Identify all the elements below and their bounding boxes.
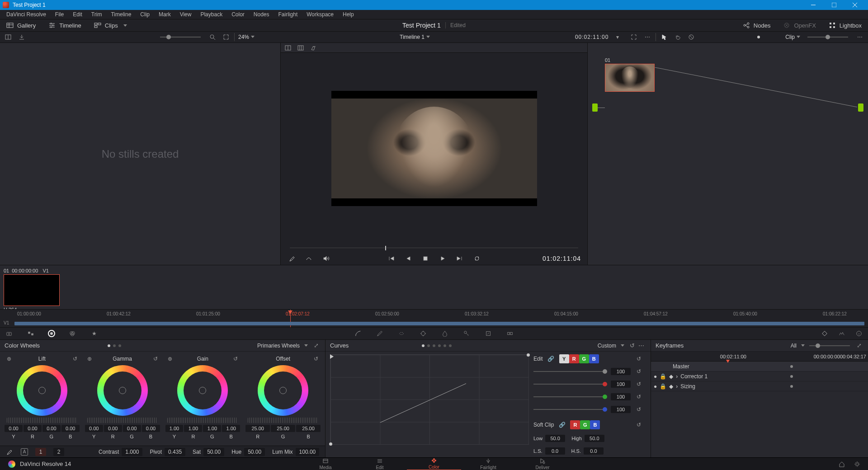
window-close-button[interactable] — [844, 0, 865, 10]
wheel-picker-icon[interactable] — [245, 354, 255, 363]
loop-button[interactable] — [472, 254, 481, 263]
page-deliver[interactable]: Deliver — [515, 458, 570, 470]
channel-r-button[interactable]: R — [569, 354, 579, 363]
menu-clip[interactable]: Clip — [136, 11, 154, 18]
reverse-play-button[interactable] — [404, 254, 413, 263]
edit-reset-icon[interactable]: ↺ — [634, 354, 643, 363]
keyframe-timeline[interactable]: Master ●🔒◆›Corrector 1 ●🔒◆›Sizing — [651, 362, 868, 457]
clips-toggle[interactable]: Clips — [88, 19, 133, 31]
page-media[interactable]: Media — [298, 458, 353, 470]
fullscreen-icon[interactable] — [629, 33, 638, 42]
pivot-value[interactable]: 0.435 — [165, 448, 185, 456]
search-icon[interactable] — [208, 33, 217, 42]
channel-y-button[interactable]: Y — [559, 354, 569, 363]
gallery-toggle[interactable]: Gallery — [0, 19, 42, 31]
menu-view[interactable]: View — [175, 11, 196, 18]
channel-g-button[interactable]: G — [579, 354, 589, 363]
timeline-track[interactable] — [14, 322, 864, 325]
master-jog-lift[interactable] — [7, 418, 77, 423]
blur-icon[interactable] — [440, 329, 449, 338]
menu-file[interactable]: File — [51, 11, 68, 18]
info-icon[interactable] — [854, 329, 863, 338]
page-2-button[interactable]: 2 — [53, 448, 64, 456]
node-options-icon[interactable]: ⋯ — [855, 33, 864, 42]
camera-raw-icon[interactable] — [5, 329, 14, 338]
master-jog-gain[interactable] — [167, 418, 238, 423]
wheel-picker-icon[interactable]: ⊕ — [85, 354, 94, 363]
menu-mark[interactable]: Mark — [154, 11, 175, 18]
reset-y-icon[interactable]: ↺ — [634, 367, 643, 376]
record-timecode[interactable]: 00:02:11:00 — [575, 34, 609, 40]
curves-mode[interactable]: Custom — [598, 343, 624, 349]
color-wheel-gamma[interactable] — [97, 365, 148, 416]
reset-r-icon[interactable]: ↺ — [634, 380, 643, 389]
kf-zoom-slider[interactable] — [816, 343, 820, 348]
next-clip-button[interactable] — [455, 254, 464, 263]
intensity-y-slider[interactable] — [533, 371, 607, 372]
pointer-tool-icon[interactable] — [660, 33, 669, 42]
soft-g-button[interactable]: G — [580, 420, 590, 429]
rgb-mixer-icon[interactable] — [68, 329, 77, 338]
window-minimize-button[interactable] — [803, 0, 824, 10]
wheels-expand-icon[interactable]: ⤢ — [311, 341, 321, 350]
node-clip-dropdown[interactable]: Clip — [785, 34, 800, 40]
stereo-icon[interactable] — [505, 329, 514, 338]
home-icon[interactable] — [837, 460, 846, 469]
wheel-reset-icon[interactable]: ↺ — [71, 354, 80, 363]
play-button[interactable] — [438, 254, 447, 263]
soft-hs-value[interactable]: 0.0 — [584, 447, 604, 455]
wheel-picker-icon[interactable]: ⊕ — [5, 354, 14, 363]
viewer-options-icon[interactable]: ⋯ — [643, 33, 652, 42]
timeline-toggle[interactable]: Timeline — [42, 19, 88, 31]
viewer-zoom[interactable]: 24% — [238, 34, 255, 40]
softclip-link-icon[interactable]: 🔗 — [557, 420, 566, 429]
lightbox-toggle[interactable]: Lightbox — [822, 22, 868, 29]
pan-tool-icon[interactable] — [673, 33, 682, 42]
wheel-picker-icon[interactable]: ⊕ — [165, 354, 175, 363]
menu-nodes[interactable]: Nodes — [249, 11, 274, 18]
kf-playhead[interactable] — [728, 360, 728, 456]
awb-icon[interactable]: A — [21, 448, 28, 456]
soft-high-value[interactable]: 50.0 — [585, 435, 604, 442]
expand-icon[interactable] — [222, 33, 231, 42]
kf-row-master[interactable]: Master — [651, 362, 868, 371]
page-edit[interactable]: Edit — [353, 458, 407, 470]
menu-playback[interactable]: Playback — [196, 11, 227, 18]
contrast-value[interactable]: 1.000 — [122, 448, 142, 456]
motion-effects-icon[interactable]: ★ — [90, 329, 99, 338]
highlight-icon[interactable] — [309, 43, 318, 52]
menu-davinci[interactable]: DaVinci Resolve — [2, 11, 51, 18]
viewer-image[interactable] — [331, 91, 537, 206]
wheels-mode[interactable]: Primaries Wheels — [257, 343, 308, 349]
key-icon[interactable] — [462, 329, 471, 338]
node-thumb[interactable] — [605, 64, 655, 92]
tc-menu-icon[interactable]: ▾ — [613, 33, 622, 42]
export-still-icon[interactable] — [17, 33, 26, 42]
menu-trim[interactable]: Trim — [87, 11, 107, 18]
menu-timeline[interactable]: Timeline — [106, 11, 136, 18]
nodes-toggle[interactable]: Nodes — [736, 22, 777, 29]
kf-row-corrector[interactable]: ●🔒◆›Corrector 1 — [651, 371, 868, 381]
node-zoom-slider[interactable] — [826, 35, 830, 39]
keyframes-filter[interactable]: All — [791, 343, 805, 349]
color-wheel-gain[interactable] — [177, 365, 228, 416]
hue-value[interactable]: 50.00 — [244, 448, 265, 456]
prev-clip-button[interactable] — [387, 254, 396, 263]
master-jog-offset[interactable] — [248, 418, 318, 423]
intensity-b-slider[interactable] — [533, 409, 607, 410]
kf-row-sizing[interactable]: ●🔒◆›Sizing — [651, 381, 868, 391]
qualifier-icon[interactable] — [375, 329, 384, 338]
menu-color[interactable]: Color — [227, 11, 249, 18]
wheel-reset-icon[interactable]: ↺ — [151, 354, 160, 363]
unmix-icon[interactable] — [304, 254, 313, 263]
soft-ls-value[interactable]: 0.0 — [545, 447, 565, 455]
wheel-reset-icon[interactable]: ↺ — [311, 354, 321, 363]
disable-tool-icon[interactable] — [687, 33, 696, 42]
page-fairlight[interactable]: Fairlight — [461, 458, 515, 470]
tracker-icon[interactable] — [419, 329, 428, 338]
intensity-r-slider[interactable] — [533, 384, 607, 385]
soft-low-value[interactable]: 50.0 — [545, 435, 565, 442]
sat-value[interactable]: 50.00 — [203, 448, 224, 456]
split-screen-icon[interactable] — [296, 43, 305, 52]
mute-icon[interactable] — [321, 254, 330, 263]
